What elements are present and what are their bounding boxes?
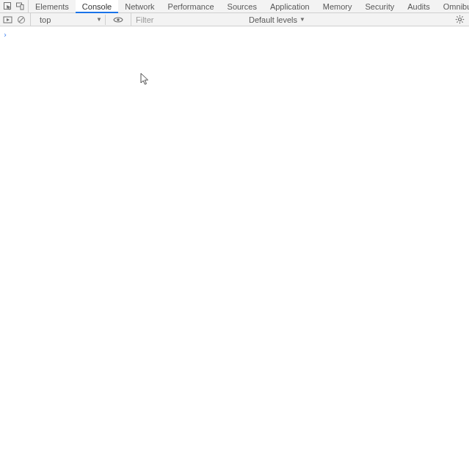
console-left-controls xyxy=(3,13,31,26)
live-expression-icon[interactable] xyxy=(110,16,126,23)
tab-memory[interactable]: Memory xyxy=(316,0,359,12)
tab-omnibug[interactable]: Omnibug xyxy=(437,0,469,12)
console-settings-icon[interactable] xyxy=(454,15,466,24)
tab-audits[interactable]: Audits xyxy=(401,0,437,12)
toggle-sidebar-icon[interactable] xyxy=(3,15,12,24)
tab-console[interactable]: Console xyxy=(76,0,118,13)
panel-tabs: Elements Console Network Performance Sou… xyxy=(29,0,469,12)
svg-line-14 xyxy=(457,16,457,17)
chevron-down-icon: ▼ xyxy=(299,16,305,23)
svg-line-15 xyxy=(462,21,462,22)
tab-network[interactable]: Network xyxy=(118,0,161,12)
device-toolbar-icon[interactable] xyxy=(15,1,25,11)
console-prompt: › xyxy=(3,31,7,39)
tab-application[interactable]: Application xyxy=(263,0,316,12)
tab-sources[interactable]: Sources xyxy=(221,0,263,12)
execution-context-select[interactable]: top ▼ xyxy=(35,15,106,25)
tab-elements[interactable]: Elements xyxy=(29,0,76,12)
mouse-cursor-icon xyxy=(140,73,149,86)
inspect-element-icon[interactable] xyxy=(3,1,12,11)
filter-wrap xyxy=(131,13,239,26)
svg-point-9 xyxy=(459,18,462,21)
inspect-controls xyxy=(1,0,29,12)
console-body[interactable]: › xyxy=(0,26,469,476)
context-value: top xyxy=(40,15,51,24)
svg-rect-2 xyxy=(21,5,23,10)
console-toolbar: top ▼ Default levels ▼ xyxy=(0,13,469,26)
svg-line-17 xyxy=(457,21,457,22)
levels-label: Default levels xyxy=(249,15,297,24)
devtools-tabbar: Elements Console Network Performance Sou… xyxy=(0,0,469,13)
svg-point-8 xyxy=(117,18,120,21)
log-levels-select[interactable]: Default levels ▼ xyxy=(243,15,305,24)
chevron-down-icon: ▼ xyxy=(96,17,102,23)
tab-security[interactable]: Security xyxy=(358,0,401,12)
tab-performance[interactable]: Performance xyxy=(161,0,221,12)
clear-console-icon[interactable] xyxy=(17,15,26,24)
svg-line-16 xyxy=(462,16,462,17)
filter-input[interactable] xyxy=(136,15,239,24)
